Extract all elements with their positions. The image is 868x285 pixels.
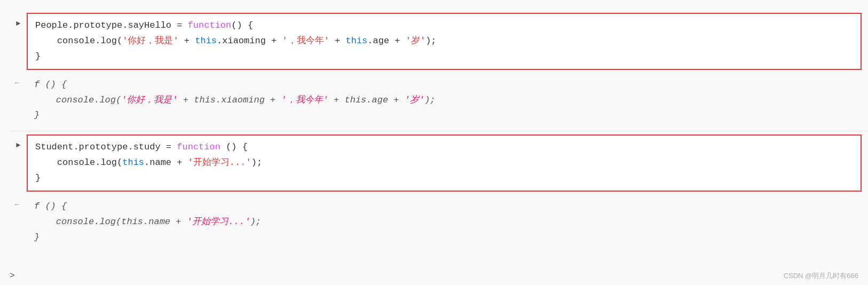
code-line-2-1: f () { <box>34 77 854 93</box>
code-text: ); <box>250 217 261 227</box>
string-literal: '，我今年' <box>281 95 328 105</box>
code-block-1: ► People.prototype.sayHello = function()… <box>27 13 862 70</box>
code-text: Student.prototype.study = <box>35 142 177 152</box>
code-text: } <box>35 173 41 183</box>
string-literal: '你好，我是' <box>122 36 178 46</box>
code-text: ); <box>424 95 435 105</box>
code-line-2-2: console.log('你好，我是' + this.xiaoming + '，… <box>34 93 854 108</box>
code-text: () { <box>231 20 253 30</box>
code-block-4: ← f () { console.log(this.name + '开始学习..… <box>27 195 862 250</box>
keyword-this: this <box>346 36 368 46</box>
code-line-4-2: console.log(this.name + '开始学习...'); <box>34 215 854 230</box>
code-text: } <box>35 51 41 61</box>
code-line-1-1: People.prototype.sayHello = function() { <box>35 18 853 34</box>
code-block-2: ← f () { console.log('你好，我是' + this.xiao… <box>27 73 862 128</box>
code-line-3-2: console.log(this.name + '开始学习...'); <box>35 155 853 171</box>
string-literal: '开始学习...' <box>187 217 250 227</box>
arrow-2: ← <box>15 78 19 87</box>
string-literal: '，我今年' <box>282 36 329 46</box>
code-text: .name + <box>144 157 188 168</box>
arrow-4: ← <box>15 200 19 209</box>
code-line-3-1: Student.prototype.study = function () { <box>35 140 853 155</box>
string-literal: '岁' <box>406 36 425 46</box>
code-text: f () { <box>34 80 67 90</box>
code-text: } <box>34 110 40 120</box>
code-block-3: ► Student.prototype.study = function () … <box>27 134 862 192</box>
code-line-2-3: } <box>34 108 854 123</box>
code-text: console.log( <box>35 36 122 46</box>
keyword-this: this <box>122 157 144 168</box>
code-area: ► People.prototype.sayHello = function()… <box>0 5 868 257</box>
code-text: + this.age + <box>328 95 405 105</box>
string-literal: '岁' <box>405 95 424 105</box>
code-text: console.log( <box>34 95 121 105</box>
code-text: ); <box>425 36 436 46</box>
code-text: .xiaoming + <box>217 36 282 46</box>
code-line-1-2: console.log('你好，我是' + this.xiaoming + '，… <box>35 34 853 49</box>
bottom-prompt: > <box>10 271 15 281</box>
code-line-1-3: } <box>35 49 853 65</box>
keyword-function: function <box>188 20 232 30</box>
code-text: ); <box>251 157 262 168</box>
string-literal: '开始学习...' <box>188 157 251 168</box>
code-text: console.log( <box>35 157 122 168</box>
code-line-4-1: f () { <box>34 199 854 215</box>
keyword-function: function <box>177 142 220 152</box>
keyword-this: this <box>195 36 217 46</box>
code-line-4-3: } <box>34 230 854 246</box>
watermark: CSDN @明月几时有666 <box>784 271 858 281</box>
code-text: () { <box>220 142 248 152</box>
code-text: .age + <box>367 36 405 46</box>
code-text: + <box>329 36 346 46</box>
code-text: } <box>34 232 40 242</box>
divider <box>11 131 868 131</box>
code-text: + <box>179 36 195 46</box>
string-literal: '你好，我是' <box>121 95 177 105</box>
arrow-1: ► <box>16 19 20 28</box>
code-text: f () { <box>34 201 67 211</box>
arrow-3: ► <box>16 141 20 149</box>
code-text: People.prototype.sayHello = <box>35 20 188 30</box>
code-text: console.log(this.name + <box>34 217 187 227</box>
code-text: + this.xiaoming + <box>178 95 281 105</box>
code-line-3-3: } <box>35 171 853 186</box>
